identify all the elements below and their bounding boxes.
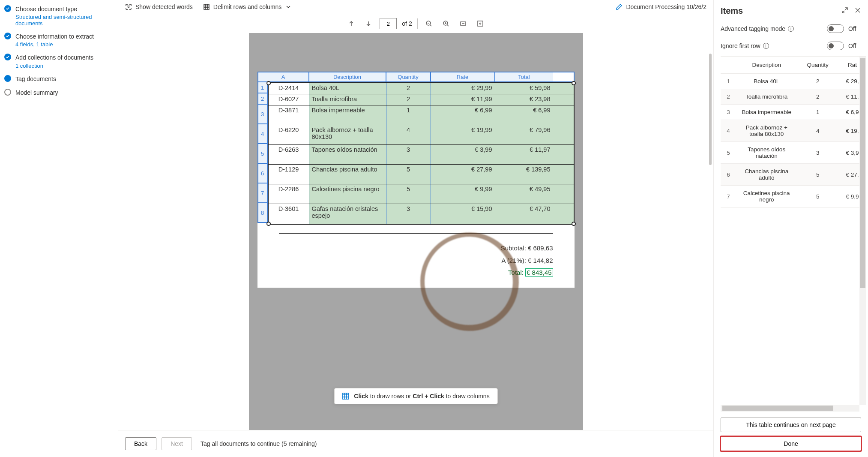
resize-handle-br[interactable] — [572, 222, 576, 226]
pt-qty: 1 — [797, 105, 838, 120]
pt-col-n — [721, 57, 736, 74]
wizard-step[interactable]: Model summary — [4, 89, 114, 96]
page-up-button[interactable] — [345, 18, 357, 30]
wizard-step[interactable]: Choose document type Structured and semi… — [4, 5, 114, 27]
cell-qty: 3 — [386, 145, 431, 164]
panel-row[interactable]: 7 Calcetines piscina negro 5 € 9,9 — [721, 186, 866, 207]
table-row[interactable]: D-3871 Bolsa impermeable 1 € 6,99 € 6,99 — [269, 105, 574, 125]
panel-row[interactable]: 4 Pack albornoz + toalla 80x130 4 € 19, — [721, 120, 866, 142]
col-header[interactable]: Description — [309, 72, 386, 81]
cell-desc: Chanclas piscina adulto — [309, 165, 386, 184]
row-label[interactable]: 1 — [257, 82, 268, 93]
resize-handle-tr[interactable] — [572, 81, 576, 85]
cell-total: € 79,96 — [495, 125, 553, 144]
panel-scrollbar-h[interactable] — [721, 405, 859, 412]
expand-icon[interactable] — [841, 7, 848, 15]
pt-n: 4 — [721, 120, 736, 142]
zoom-in-button[interactable] — [440, 18, 452, 30]
row-label[interactable]: 7 — [257, 183, 268, 203]
table-row[interactable]: D-1129 Chanclas piscina adulto 5 € 27,99… — [269, 165, 574, 184]
zoom-out-icon — [425, 20, 432, 27]
pt-n: 2 — [721, 89, 736, 105]
pt-desc: Calcetines piscina negro — [736, 186, 797, 207]
row-label[interactable]: 5 — [257, 144, 268, 164]
panel-row[interactable]: 3 Bolsa impermeable 1 € 6,9 — [721, 105, 866, 120]
show-detected-words-button[interactable]: Show detected words — [125, 3, 193, 10]
fit-page-button[interactable] — [474, 18, 486, 30]
pt-qty: 3 — [797, 142, 838, 164]
row-label[interactable]: 3 — [257, 105, 268, 124]
next-button: Next — [162, 437, 192, 450]
cell-total: € 59,98 — [495, 83, 553, 94]
fit-width-button[interactable] — [457, 18, 469, 30]
cell-total: € 47,70 — [495, 204, 553, 224]
cell-rate: € 19,99 — [431, 125, 495, 144]
col-header[interactable]: A — [258, 72, 309, 81]
doc-totals: Subtotal: € 689,63 A (21%): € 144,82 Tot… — [257, 242, 575, 288]
close-icon[interactable] — [854, 7, 861, 15]
table-row[interactable]: D-3601 Gafas natación cristales espejo 3… — [269, 204, 574, 224]
step-title: Tag documents — [15, 75, 114, 83]
row-label[interactable]: 6 — [257, 164, 268, 183]
adv-tag-label: Advanced tagging mode — [721, 25, 785, 32]
ignore-first-toggle[interactable] — [827, 42, 844, 50]
cell-desc: Calcetines piscina negro — [309, 184, 386, 204]
row-label[interactable]: 2 — [257, 93, 268, 105]
panel-scrollbar-v[interactable] — [859, 57, 866, 405]
col-header[interactable]: Quantity — [386, 72, 431, 81]
cell-qty: 5 — [386, 184, 431, 204]
back-button[interactable]: Back — [125, 437, 156, 450]
panel-row[interactable]: 2 Toalla microfibra 2 € 11, — [721, 89, 866, 105]
cell-code: D-3601 — [269, 204, 309, 224]
wizard-step[interactable]: Choose information to extract 4 fields, … — [4, 33, 114, 48]
advanced-tagging-toggle[interactable] — [827, 24, 844, 33]
cell-rate: € 29,99 — [431, 83, 495, 94]
resize-handle-bl[interactable] — [266, 222, 271, 226]
document-name[interactable]: Document Processing 10/26/2 — [616, 3, 706, 10]
panel-row[interactable]: 5 Tapones oídos natación 3 € 3,9 — [721, 142, 866, 164]
wizard-step[interactable]: Tag documents — [4, 75, 114, 83]
svg-rect-0 — [204, 4, 209, 9]
chevron-down-icon — [285, 3, 292, 10]
table-row[interactable]: D-6027 Toalla microfibra 2 € 11,99 € 23,… — [269, 94, 574, 105]
table-row[interactable]: D-2286 Calcetines piscina negro 5 € 9,99… — [269, 184, 574, 204]
table-row[interactable]: D-6220 Pack albornoz + toalla 80x130 4 €… — [269, 125, 574, 145]
cell-qty: 4 — [386, 125, 431, 144]
continues-next-page-button[interactable]: This table continues on next page — [721, 418, 861, 432]
pt-qty: 4 — [797, 120, 838, 142]
document-canvas[interactable]: ADescriptionQuantityRateTotal 12345678 D… — [118, 33, 713, 430]
cell-rate: € 15,90 — [431, 204, 495, 224]
selection-table[interactable]: ADescriptionQuantityRateTotal 12345678 D… — [257, 72, 575, 225]
step-title: Add collections of documents — [15, 54, 114, 61]
panel-row[interactable]: 1 Bolsa 40L 2 € 29, — [721, 74, 866, 89]
table-row[interactable]: D-6263 Tapones oídos natación 3 € 3,99 €… — [269, 145, 574, 165]
info-icon[interactable]: i — [763, 43, 769, 49]
svg-rect-4 — [478, 21, 483, 26]
row-label[interactable]: 8 — [257, 203, 268, 223]
ignore-first-label: Ignore first row — [721, 42, 760, 49]
pt-qty: 5 — [797, 186, 838, 207]
done-button[interactable]: Done — [721, 436, 861, 451]
row-label[interactable]: 4 — [257, 124, 268, 144]
info-icon[interactable]: i — [788, 26, 794, 32]
zoom-out-button[interactable] — [423, 18, 435, 30]
page-input[interactable] — [380, 18, 397, 29]
cell-desc: Bolsa impermeable — [309, 105, 386, 125]
text-detect-icon — [125, 3, 132, 10]
resize-handle-tl[interactable] — [266, 81, 271, 85]
table-row[interactable]: D-2414 Bolsa 40L 2 € 29,99 € 59,98 — [269, 83, 574, 94]
wizard-step[interactable]: Add collections of documents 1 collectio… — [4, 54, 114, 69]
cell-qty: 3 — [386, 204, 431, 224]
panel-row[interactable]: 6 Chanclas piscina adulto 5 € 27, — [721, 164, 866, 186]
step-title: Choose information to extract — [15, 33, 114, 40]
col-header[interactable]: Rate — [431, 72, 495, 81]
cell-code: D-6027 — [269, 94, 309, 105]
cell-qty: 2 — [386, 94, 431, 105]
scrollbar-vertical[interactable] — [709, 54, 712, 430]
cell-code: D-6263 — [269, 145, 309, 164]
hint-pill: Click to draw rows or Ctrl + Click to dr… — [334, 388, 497, 404]
delimit-button[interactable]: Delimit rows and columns — [203, 3, 292, 10]
col-header[interactable]: Total — [495, 72, 553, 81]
page-down-button[interactable] — [362, 18, 374, 30]
svg-point-5 — [479, 23, 481, 24]
